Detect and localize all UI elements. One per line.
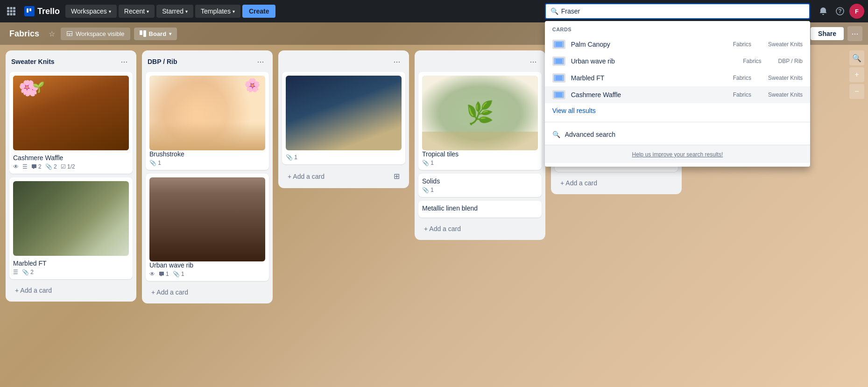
svg-rect-17	[554, 91, 564, 98]
recent-chevron-icon: ▾	[147, 9, 149, 14]
eye-icon-urban: 👁	[149, 271, 155, 277]
search-result-cashmere-waffle[interactable]: Cashmere Waffle Fabrics Sweater Knits	[545, 86, 810, 103]
card-meta-tropical: 📎 1	[422, 160, 538, 166]
attachments-brushstroke: 📎 1	[149, 160, 161, 166]
list-menu-partial-3[interactable]: ···	[390, 55, 403, 68]
attachment-tropical: 📎 1	[422, 160, 434, 166]
svg-rect-5	[13, 10, 15, 13]
trello-logo[interactable]: Trello	[21, 4, 64, 18]
top-nav: Trello Workspaces ▾ Recent ▾ Starred ▾ T…	[0, 0, 868, 22]
card-marbled-ft[interactable]: Marbled FT ☰ 📎 2	[9, 177, 133, 279]
board-view-button[interactable]: Board ▾	[134, 28, 177, 40]
result-list-urban-wave: DBP / Rib	[778, 58, 803, 64]
advanced-search-label: Advanced search	[565, 131, 615, 138]
result-name-marbled-ft: Marbled FT	[571, 74, 727, 82]
notifications-button[interactable]	[816, 4, 831, 19]
svg-rect-6	[7, 13, 9, 15]
templates-button[interactable]: Templates ▾	[195, 5, 240, 18]
card-tropical-tiles[interactable]: 🌿 Tropical tiles 📎 1	[418, 72, 542, 170]
list-title-dbp-rib: DBP / Rib	[148, 58, 254, 65]
board-title[interactable]: Fabrics	[6, 27, 43, 41]
eye-icon-cashmere: 👁	[13, 163, 19, 170]
card-partial-1[interactable]: 📎 1	[282, 72, 405, 164]
result-board-palm-canopy: Fabrics	[733, 41, 751, 48]
card-meta-brushstroke: 📎 1	[149, 160, 265, 166]
attachments-urban: 📎 1	[173, 271, 184, 277]
list-header-dbp-rib: DBP / Rib ···	[142, 50, 273, 70]
card-icon	[552, 73, 565, 83]
lines-icon-cashmere: ☰	[22, 163, 28, 170]
list-cards-sweater-knits: 🌸 🌱 Cashmere Waffle 👁 ☰ 2 📎 2	[6, 70, 136, 281]
card-solids[interactable]: Solids 📎 1	[418, 174, 542, 197]
svg-rect-2	[13, 7, 15, 9]
card-icon	[552, 40, 565, 49]
list-menu-partial-4[interactable]: ···	[527, 55, 540, 68]
add-card-partial-3[interactable]: + Add a card ⊞	[282, 168, 405, 184]
search-input[interactable]	[561, 7, 804, 15]
svg-rect-13	[554, 58, 564, 64]
workspace-visible-button[interactable]: Workspace visible	[61, 28, 130, 40]
list-menu-dbp-rib[interactable]: ···	[254, 55, 267, 68]
user-avatar[interactable]: F	[849, 4, 864, 19]
workspaces-chevron-icon: ▾	[109, 9, 111, 14]
board-search-button[interactable]: 🔍	[849, 50, 864, 65]
create-button[interactable]: Create	[242, 5, 276, 18]
grid-menu-button[interactable]	[4, 4, 19, 19]
card-title-cashmere-waffle: Cashmere Waffle	[13, 154, 129, 162]
attachment-partial-1: 📎 1	[286, 154, 297, 161]
svg-rect-7	[10, 13, 13, 15]
result-board-cashmere-waffle: Fabrics	[733, 91, 751, 98]
svg-rect-15	[554, 75, 564, 81]
search-result-marbled-ft[interactable]: Marbled FT Fabrics Sweater Knits	[545, 70, 810, 86]
lines-icon-marbled: ☰	[13, 269, 18, 275]
result-name-cashmere-waffle: Cashmere Waffle	[571, 91, 727, 99]
search-result-urban-wave[interactable]: Urban wave rib Fabrics DBP / Rib	[545, 53, 810, 70]
card-icon	[552, 90, 565, 99]
comments-cashmere: 2	[31, 163, 42, 170]
zoom-in-button[interactable]: +	[849, 67, 864, 82]
help-button[interactable]: ?	[833, 4, 847, 19]
add-card-partial-5[interactable]: + Add a card	[555, 176, 678, 190]
svg-text:?: ?	[838, 8, 841, 14]
card-cashmere-waffle[interactable]: 🌸 🌱 Cashmere Waffle 👁 ☰ 2 📎 2	[9, 72, 133, 174]
add-card-dbp-rib[interactable]: + Add a card	[146, 285, 269, 300]
svg-rect-3	[7, 10, 9, 13]
workspaces-button[interactable]: Workspaces ▾	[65, 5, 117, 18]
recent-button[interactable]: Recent ▾	[119, 5, 155, 18]
list-partial-4: ··· 🌿 Tropical tiles 📎 1	[415, 50, 545, 240]
card-meta-solids: 📎 1	[422, 187, 538, 193]
view-all-results-link[interactable]: View all results	[545, 103, 810, 118]
card-brushstroke[interactable]: 🌸 Brushstroke 📎 1	[146, 72, 269, 170]
add-card-partial-4[interactable]: + Add a card	[418, 221, 542, 236]
card-urban-wave-rib[interactable]: Urban wave rib 👁 1 📎 1	[146, 174, 269, 281]
search-divider	[545, 122, 810, 122]
search-result-palm-canopy[interactable]: Palm Canopy Fabrics Sweater Knits	[545, 36, 810, 53]
starred-chevron-icon: ▾	[185, 9, 188, 14]
svg-rect-22	[143, 30, 146, 37]
list-partial-3: ··· 📎 1 + Add a card ⊞	[278, 50, 409, 188]
starred-button[interactable]: Starred ▾	[156, 5, 193, 18]
advanced-search-row[interactable]: 🔍 Advanced search	[545, 126, 810, 143]
zoom-out-button[interactable]: −	[849, 84, 864, 99]
search-icon: 🔍	[550, 7, 558, 15]
svg-rect-11	[554, 41, 564, 48]
card-title-metallic-linen: Metallic linen blend	[422, 204, 538, 212]
help-improve-link[interactable]: Help us improve your search results!	[632, 151, 723, 158]
card-metallic-linen[interactable]: Metallic linen blend	[418, 201, 542, 218]
checklist-cashmere: ☑ 1/2	[61, 163, 75, 170]
share-button[interactable]: Share	[811, 27, 844, 40]
result-board-marbled-ft: Fabrics	[733, 75, 751, 81]
list-menu-sweater-knits[interactable]: ···	[118, 55, 131, 68]
svg-rect-1	[10, 7, 13, 9]
card-image-partial-1	[286, 76, 402, 150]
advanced-search-icon: 🔍	[552, 131, 560, 138]
svg-rect-16	[556, 76, 562, 80]
result-list-palm-canopy: Sweater Knits	[768, 41, 803, 48]
svg-rect-14	[556, 59, 562, 63]
card-meta-partial-1: 📎 1	[286, 154, 402, 161]
result-name-urban-wave: Urban wave rib	[571, 57, 737, 65]
list-cards-partial-3: 📎 1	[278, 70, 409, 166]
board-more-button[interactable]: ···	[847, 26, 862, 41]
add-card-sweater-knits[interactable]: + Add a card	[9, 283, 133, 298]
star-button[interactable]: ☆	[47, 28, 57, 40]
